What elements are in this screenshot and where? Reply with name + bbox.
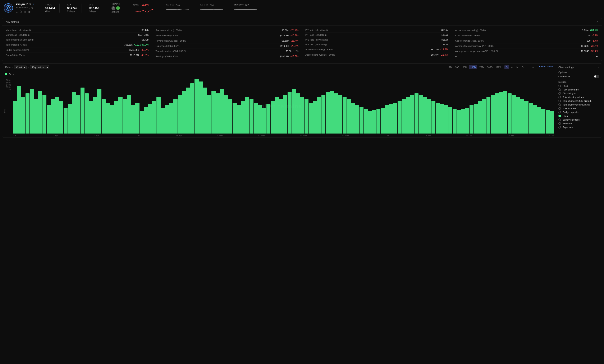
metric-check-label: Token turnover (circulating) <box>563 103 591 106</box>
metric-value: $316.91k <box>280 34 289 37</box>
metric-name: Tokenholders / 30d% <box>6 43 27 46</box>
btn-7d[interactable]: 7D <box>447 65 453 69</box>
chart-bar <box>524 101 528 133</box>
chart-bar <box>17 86 21 133</box>
metric-values: $8.40b <box>142 38 149 41</box>
metric-check-dot[interactable] <box>558 100 561 102</box>
metric-check-row: Token trading volume <box>558 95 599 99</box>
metric-check-dot[interactable] <box>558 92 561 95</box>
chains-count: 2 chains <box>112 11 120 13</box>
metric-values: $534.78m <box>138 34 149 36</box>
chart-bar <box>482 99 486 133</box>
metric-value: 813.7x <box>441 29 448 31</box>
metric-row: Expenses (30d) / 30d%$119.40k-20.6% <box>156 43 299 49</box>
btn-m[interactable]: M <box>515 65 520 69</box>
expand-icon[interactable]: ↗ <box>596 21 598 24</box>
chart-bar <box>212 91 215 133</box>
cumulative-toggle[interactable] <box>594 75 599 78</box>
chart-toolbar: Data › Chart › Key metrics 7D 30D 90D 18… <box>2 63 556 71</box>
chart-bar <box>381 108 385 133</box>
metrics-col-2: P/F ratio (fully diluted)813.7xP/F ratio… <box>302 28 452 59</box>
website-icon[interactable]: ◉ <box>28 10 31 13</box>
metric-check-dot[interactable] <box>558 96 561 98</box>
chart-bar <box>372 110 376 133</box>
btn-365d[interactable]: 365D <box>486 65 494 69</box>
metric-change: -48.8% <box>290 55 298 58</box>
chart-bar <box>275 97 279 133</box>
atl-ago: 3d ago <box>89 10 99 12</box>
btn-max[interactable]: MAX <box>494 65 502 69</box>
chart-bar <box>288 92 291 133</box>
180d-price-block: 180d price N/A <box>230 4 261 12</box>
btn-30d[interactable]: 30D <box>454 65 461 69</box>
metric-values: 609-5.7% <box>587 39 598 42</box>
github-icon[interactable]: ⬡ <box>16 10 18 13</box>
settings-close-icon[interactable]: ↗ <box>597 66 599 69</box>
btn-ytd[interactable]: YTD <box>478 65 485 69</box>
chart-bar <box>68 104 72 133</box>
btn-d[interactable]: D <box>504 65 509 69</box>
chart-bar <box>529 103 533 133</box>
metric-check-dot[interactable] <box>558 126 561 129</box>
metric-check-dot[interactable] <box>558 122 561 125</box>
settings-title: Chart settings <box>558 66 574 69</box>
btn-90d[interactable]: 90D <box>461 65 468 69</box>
breadcrumb-data[interactable]: Data <box>5 66 11 69</box>
btn-w[interactable]: W <box>509 65 515 69</box>
more-options-btn[interactable]: ... <box>525 65 530 69</box>
metric-row: P/F ratio (circulating)138.7x <box>305 33 448 37</box>
7d-change: -18.6% <box>141 3 149 6</box>
price-value: $0.1494 <box>45 6 55 10</box>
chart-bar <box>541 109 545 133</box>
x-axis-label: 24. Jun <box>508 134 514 136</box>
discord-icon[interactable]: ◈ <box>24 10 26 13</box>
metric-name: Market cap (fully diluted) <box>6 29 31 31</box>
metric-check-label: Circulating mc. <box>563 92 578 95</box>
twitter-icon[interactable]: 𝕏 <box>20 10 22 13</box>
token-category: Blockchains (L2) <box>16 6 35 9</box>
metric-check-dot[interactable] <box>558 111 561 113</box>
metric-value: 74 <box>588 34 591 37</box>
chart-bar <box>233 103 237 133</box>
breadcrumb: Data › Chart › Key metrics <box>5 65 49 69</box>
chart-bar <box>292 89 296 133</box>
metrics-settings-label: Metrics <box>558 81 599 83</box>
chart-bar <box>385 105 389 133</box>
chart-bar <box>444 105 448 133</box>
metric-check-row: Fees <box>558 114 599 118</box>
chart-bar <box>338 95 342 133</box>
extra-options-btn[interactable]: --- <box>530 65 535 69</box>
metric-check-dot[interactable] <box>558 103 561 106</box>
chart-bar <box>165 105 169 133</box>
metric-select[interactable]: Key metrics <box>30 65 49 69</box>
chart-bar <box>478 101 482 133</box>
open-studio-link[interactable]: Open in studio <box>538 65 553 69</box>
30d-change: N/A <box>176 4 180 6</box>
ath-label: ATH <box>67 4 77 6</box>
chart-bar <box>254 103 258 133</box>
chart-bar <box>448 107 452 133</box>
chart-bar <box>13 101 17 133</box>
metric-check-dot[interactable] <box>558 85 561 87</box>
metric-check-label: Price <box>563 85 568 87</box>
metric-check-dot[interactable] <box>558 115 561 117</box>
btn-180d[interactable]: 180D <box>469 65 477 69</box>
chart-bar <box>313 101 317 133</box>
metric-check-dot[interactable] <box>558 119 561 121</box>
metric-name: Average fees per user (AFPU) / 30d% <box>455 45 494 47</box>
metric-name: Core developers / 30d% <box>455 34 480 37</box>
90d-price-block: 90d price N/A <box>196 4 227 12</box>
metric-check-dot[interactable] <box>558 107 561 110</box>
metric-check-dot[interactable] <box>558 88 561 91</box>
chart-bar <box>93 97 97 133</box>
chart-type-select[interactable]: Chart <box>14 65 26 69</box>
btn-q[interactable]: Q <box>520 65 525 69</box>
chart-bar <box>30 89 34 133</box>
metric-check-row: Token turnover (fully diluted) <box>558 99 599 103</box>
metric-row: Average revenue per user (ARPU) / 30d%$0… <box>455 49 599 54</box>
metric-name: Revenue (30d) / 30d% <box>156 34 179 37</box>
metric-change: 0.0% <box>293 50 298 53</box>
chart-bar <box>89 101 93 133</box>
x-axis-label: 22. Apr <box>135 134 140 136</box>
metric-name: Active users (monthly) / 30d% <box>455 29 486 32</box>
